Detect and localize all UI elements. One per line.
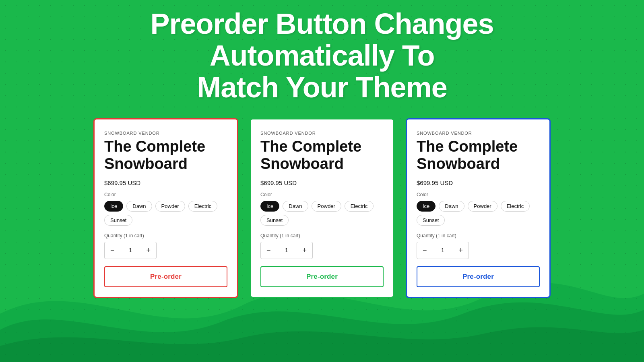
qty-minus-green[interactable]: −	[261, 242, 277, 259]
card-blue: SNOWBOARD VENDOR The Complete Snowboard …	[406, 118, 551, 298]
quantity-label-green: Quantity (1 in cart)	[260, 233, 384, 239]
qty-plus-red[interactable]: +	[140, 242, 156, 259]
color-label-blue: Color	[417, 192, 540, 197]
quantity-control-green: − 1 +	[260, 242, 313, 259]
color-electric-red[interactable]: Electric	[188, 201, 218, 212]
color-ice-green[interactable]: Ice	[260, 201, 279, 212]
quantity-control-blue: − 1 +	[417, 242, 469, 259]
card-red: SNOWBOARD VENDOR The Complete Snowboard …	[93, 118, 238, 298]
color-label-red: Color	[104, 192, 227, 197]
headline-line2: Automatically To	[210, 39, 435, 72]
quantity-control-red: − 1 +	[104, 242, 157, 259]
color-powder-blue[interactable]: Powder	[468, 201, 497, 212]
color-label-green: Color	[260, 192, 384, 197]
color-options-blue: Ice Dawn Powder Electric Sunset	[417, 201, 540, 226]
preorder-button-blue[interactable]: Pre-order	[417, 266, 540, 287]
product-title-blue: The Complete Snowboard	[417, 138, 540, 173]
vendor-label-blue: SNOWBOARD VENDOR	[417, 131, 540, 136]
color-ice-red[interactable]: Ice	[104, 201, 123, 212]
color-powder-green[interactable]: Powder	[312, 201, 341, 212]
page-content: Preorder Button Changes Automatically To…	[0, 0, 644, 298]
color-electric-blue[interactable]: Electric	[501, 201, 530, 212]
color-dawn-blue[interactable]: Dawn	[439, 201, 464, 212]
product-title-green: The Complete Snowboard	[260, 138, 384, 173]
qty-plus-green[interactable]: +	[297, 242, 312, 259]
color-electric-green[interactable]: Electric	[345, 201, 374, 212]
color-sunset-blue[interactable]: Sunset	[417, 215, 445, 226]
headline-line1: Preorder Button Changes	[150, 8, 493, 40]
color-options-red: Ice Dawn Powder Electric Sunset	[104, 201, 227, 226]
qty-plus-blue[interactable]: +	[453, 242, 469, 259]
qty-value-green: 1	[277, 247, 297, 253]
vendor-label-green: SNOWBOARD VENDOR	[260, 131, 384, 136]
color-sunset-green[interactable]: Sunset	[260, 215, 289, 226]
color-sunset-red[interactable]: Sunset	[104, 215, 132, 226]
qty-minus-red[interactable]: −	[105, 242, 120, 259]
qty-value-red: 1	[120, 247, 141, 253]
card-green: SNOWBOARD VENDOR The Complete Snowboard …	[250, 118, 394, 298]
color-ice-blue[interactable]: Ice	[417, 201, 436, 212]
price-red: $699.95 USD	[104, 179, 227, 186]
color-dawn-green[interactable]: Dawn	[283, 201, 308, 212]
quantity-label-blue: Quantity (1 in cart)	[417, 233, 540, 239]
color-dawn-red[interactable]: Dawn	[126, 201, 152, 212]
product-title-red: The Complete Snowboard	[104, 138, 227, 173]
qty-minus-blue[interactable]: −	[417, 242, 433, 259]
page-headline: Preorder Button Changes Automatically To…	[150, 8, 493, 104]
price-green: $699.95 USD	[260, 179, 384, 186]
preorder-button-red[interactable]: Pre-order	[104, 266, 227, 287]
headline-line3: Match Your Theme	[197, 71, 447, 103]
vendor-label-red: SNOWBOARD VENDOR	[104, 131, 227, 136]
quantity-label-red: Quantity (1 in cart)	[104, 233, 227, 239]
cards-container: SNOWBOARD VENDOR The Complete Snowboard …	[93, 118, 551, 298]
qty-value-blue: 1	[433, 247, 453, 253]
preorder-button-green[interactable]: Pre-order	[260, 266, 384, 287]
price-blue: $699.95 USD	[417, 179, 540, 186]
color-powder-red[interactable]: Powder	[155, 201, 185, 212]
color-options-green: Ice Dawn Powder Electric Sunset	[260, 201, 384, 226]
